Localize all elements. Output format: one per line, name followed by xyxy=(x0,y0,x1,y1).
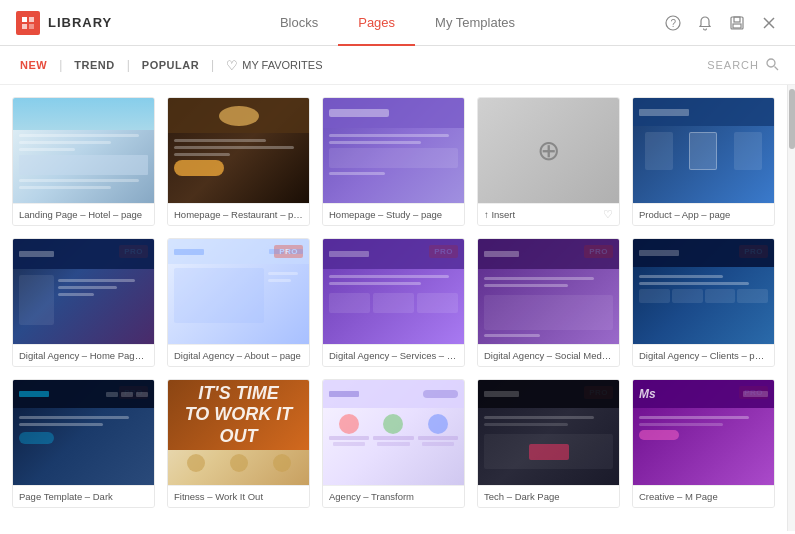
card-thumb: PRO xyxy=(13,239,154,344)
card-thumb xyxy=(13,98,154,203)
card-thumb: PRO xyxy=(478,380,619,485)
svg-rect-3 xyxy=(29,24,34,29)
card-row3-2[interactable]: IT'S TIMETO WORK IT OUT Fitness – Work I… xyxy=(167,379,310,508)
card-row3-5[interactable]: PRO Ms Creative – M Page xyxy=(632,379,775,508)
svg-rect-1 xyxy=(29,17,34,22)
card-hotel[interactable]: Landing Page – Hotel – page xyxy=(12,97,155,226)
tab-my-templates[interactable]: My Templates xyxy=(415,1,535,46)
tab-blocks[interactable]: Blocks xyxy=(260,1,338,46)
header-icons: ? xyxy=(659,13,779,33)
header-tabs: Blocks Pages My Templates xyxy=(136,0,659,45)
filter-new[interactable]: NEW xyxy=(16,56,51,74)
scrollbar[interactable] xyxy=(787,85,795,531)
card-thumb xyxy=(323,380,464,485)
sep1: | xyxy=(57,58,64,72)
svg-rect-0 xyxy=(22,17,27,22)
search-area: SEARCH xyxy=(707,57,779,74)
notifications-icon[interactable] xyxy=(695,13,715,33)
card-thumb: PRO xyxy=(323,239,464,344)
svg-line-12 xyxy=(775,66,779,70)
help-icon[interactable]: ? xyxy=(663,13,683,33)
close-icon[interactable] xyxy=(759,13,779,33)
card-label: Digital Agency – Clients – page xyxy=(633,344,774,366)
scrollbar-thumb[interactable] xyxy=(789,89,795,149)
card-agency-services[interactable]: PRO Digital Agency – Se xyxy=(322,238,465,367)
card-insert[interactable]: ⊕ ↑ Insert ♡ xyxy=(477,97,620,226)
card-thumb xyxy=(633,98,774,203)
card-thumb xyxy=(168,98,309,203)
card-label: Digital Agency – Social Media – p... xyxy=(478,344,619,366)
card-row3-4[interactable]: PRO Tech – Dark Page xyxy=(477,379,620,508)
card-row3-3[interactable]: Agency – Transform xyxy=(322,379,465,508)
cards-grid-area: Landing Page – Hotel – page Homepage – R… xyxy=(0,85,787,531)
card-label: Landing Page – Hotel – page xyxy=(13,203,154,225)
card-thumb: PRO Ms xyxy=(633,380,774,485)
svg-rect-2 xyxy=(22,24,27,29)
card-study[interactable]: Homepage – Study – page xyxy=(322,97,465,226)
favorites-button[interactable]: ♡ MY FAVORITES xyxy=(226,58,322,73)
main: Landing Page – Hotel – page Homepage – R… xyxy=(0,85,795,531)
insert-bar: ↑ Insert ♡ xyxy=(478,203,619,225)
card-agency-home[interactable]: PRO xyxy=(12,238,155,367)
heart-icon[interactable]: ♡ xyxy=(603,208,613,221)
logo: LIBRARY xyxy=(16,11,136,35)
svg-rect-8 xyxy=(733,24,741,28)
card-thumb: IT'S TIMETO WORK IT OUT xyxy=(168,380,309,485)
card-label: Digital Agency – About – page xyxy=(168,344,309,366)
filter-popular[interactable]: POPULAR xyxy=(138,56,203,74)
card-label: Tech – Dark Page xyxy=(478,485,619,507)
card-label: Homepage – Study – page xyxy=(323,203,464,225)
header: LIBRARY Blocks Pages My Templates ? xyxy=(0,0,795,46)
svg-text:?: ? xyxy=(671,18,677,29)
card-label: Digital Agency – Home Page – p... xyxy=(13,344,154,366)
card-label: Agency – Transform xyxy=(323,485,464,507)
card-label: Page Template – Dark xyxy=(13,485,154,507)
search-icon[interactable] xyxy=(765,57,779,74)
card-label: Fitness – Work It Out xyxy=(168,485,309,507)
card-thumb: PRO xyxy=(478,239,619,344)
card-agency-clients[interactable]: PRO xyxy=(632,238,775,367)
card-thumb xyxy=(323,98,464,203)
card-thumb: PRO xyxy=(633,239,774,344)
card-thumb: ⊕ xyxy=(478,98,619,203)
favorites-label: MY FAVORITES xyxy=(242,59,322,71)
save-icon[interactable] xyxy=(727,13,747,33)
cards-grid: Landing Page – Hotel – page Homepage – R… xyxy=(12,97,775,508)
card-thumb: PRO xyxy=(13,380,154,485)
card-restaurant[interactable]: Homepage – Restaurant – page xyxy=(167,97,310,226)
card-label: Digital Agency – Services – page xyxy=(323,344,464,366)
tab-pages[interactable]: Pages xyxy=(338,1,415,46)
card-product[interactable]: Product – App – page xyxy=(632,97,775,226)
search-label: SEARCH xyxy=(707,59,759,71)
svg-point-11 xyxy=(767,59,775,67)
filter-trend[interactable]: TREND xyxy=(70,56,118,74)
sep3: | xyxy=(209,58,216,72)
card-label: Homepage – Restaurant – page xyxy=(168,203,309,225)
card-label: Creative – M Page xyxy=(633,485,774,507)
logo-text: LIBRARY xyxy=(48,15,112,30)
filter-bar: NEW | TREND | POPULAR | ♡ MY FAVORITES S… xyxy=(0,46,795,85)
card-agency-social[interactable]: PRO Digital Agency – Social Media – p. xyxy=(477,238,620,367)
insert-label: ↑ Insert xyxy=(484,209,515,220)
svg-rect-7 xyxy=(734,17,740,22)
sep2: | xyxy=(125,58,132,72)
card-label: Product – App – page xyxy=(633,203,774,225)
card-thumb: PRO xyxy=(168,239,309,344)
logo-icon xyxy=(16,11,40,35)
heart-icon: ♡ xyxy=(226,58,238,73)
card-row3-1[interactable]: PRO xyxy=(12,379,155,508)
card-agency-about[interactable]: PRO xyxy=(167,238,310,367)
